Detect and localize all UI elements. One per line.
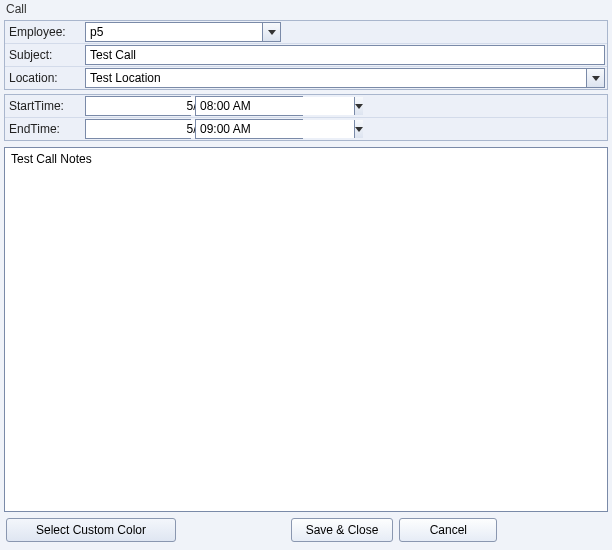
start-time-combo[interactable] <box>195 96 303 116</box>
header-panel: Employee: Subject: Location: <box>4 20 608 90</box>
chevron-down-icon <box>592 76 600 81</box>
employee-combo[interactable] <box>85 22 281 42</box>
start-date-field[interactable] <box>85 96 191 116</box>
end-time-dropdown-button[interactable] <box>354 120 363 138</box>
chevron-down-icon <box>355 127 363 132</box>
location-row: Location: <box>5 67 607 89</box>
employee-input[interactable] <box>86 23 262 41</box>
location-input[interactable] <box>86 69 586 87</box>
select-custom-color-button[interactable]: Select Custom Color <box>6 518 176 542</box>
call-dialog-window: Call Employee: Subject: Location: <box>0 0 612 550</box>
end-time-input[interactable] <box>196 120 354 138</box>
start-time-input[interactable] <box>196 97 354 115</box>
subject-input[interactable] <box>86 46 604 64</box>
start-label: StartTime: <box>7 99 81 113</box>
end-row: EndTime: <box>5 118 607 140</box>
location-combo[interactable] <box>85 68 605 88</box>
location-label: Location: <box>7 71 81 85</box>
notes-textarea[interactable] <box>4 147 608 512</box>
employee-label: Employee: <box>7 25 81 39</box>
location-dropdown-button[interactable] <box>586 69 604 87</box>
start-time-dropdown-button[interactable] <box>354 97 363 115</box>
employee-row: Employee: <box>5 21 607 44</box>
save-close-button[interactable]: Save & Close <box>291 518 394 542</box>
cancel-button[interactable]: Cancel <box>399 518 497 542</box>
end-label: EndTime: <box>7 122 81 136</box>
employee-dropdown-button[interactable] <box>262 23 280 41</box>
chevron-down-icon <box>268 30 276 35</box>
notes-wrap <box>4 147 608 512</box>
end-time-combo[interactable] <box>195 119 303 139</box>
time-panel: StartTime: EndTime: <box>4 94 608 141</box>
subject-label: Subject: <box>7 48 81 62</box>
subject-row: Subject: <box>5 44 607 67</box>
dialog-title: Call <box>0 0 612 18</box>
chevron-down-icon <box>355 104 363 109</box>
footer: Select Custom Color Save & Close Cancel <box>0 512 612 550</box>
subject-field[interactable] <box>85 45 605 65</box>
start-row: StartTime: <box>5 95 607 118</box>
end-date-field[interactable] <box>85 119 191 139</box>
